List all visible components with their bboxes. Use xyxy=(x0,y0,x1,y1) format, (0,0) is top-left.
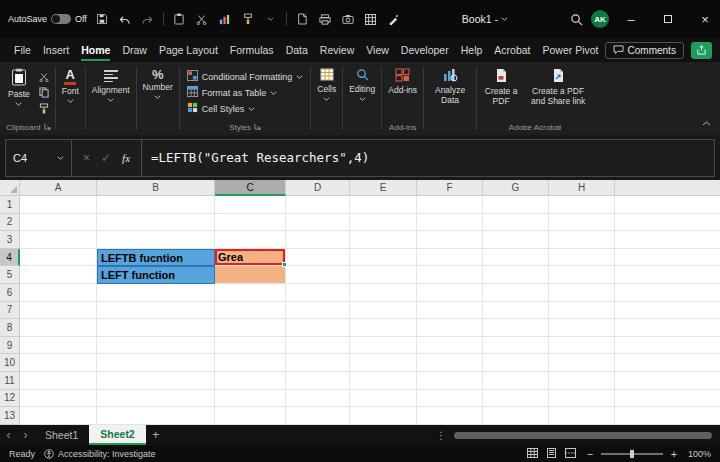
comments-button[interactable]: Comments xyxy=(605,42,684,59)
enter-button[interactable]: ✓ xyxy=(101,151,111,165)
cell-F10[interactable] xyxy=(417,354,483,372)
cell-C8[interactable] xyxy=(215,319,286,337)
cell-C4[interactable]: Grea xyxy=(215,249,286,267)
normal-view-button[interactable] xyxy=(527,448,538,460)
cell-H1[interactable] xyxy=(549,196,615,214)
cell-F6[interactable] xyxy=(417,284,483,302)
zoom-in-button[interactable]: + xyxy=(669,448,679,460)
cell-B4[interactable]: LEFTB fucntion xyxy=(97,249,215,267)
fill-handle[interactable] xyxy=(282,262,287,267)
cell-E3[interactable] xyxy=(350,231,417,249)
chart-icon[interactable] xyxy=(217,11,233,27)
cell-D10[interactable] xyxy=(286,354,350,372)
cell-A13[interactable] xyxy=(20,407,97,425)
addins-button[interactable]: Add-ins xyxy=(383,65,422,99)
camera-icon[interactable] xyxy=(340,11,356,27)
create-pdf-button[interactable]: Create a PDF xyxy=(478,65,524,110)
column-header-C[interactable]: C xyxy=(215,180,286,196)
cell-A6[interactable] xyxy=(20,284,97,302)
sheet-tab-sheet1[interactable]: Sheet1 xyxy=(34,425,89,445)
cell-F9[interactable] xyxy=(417,337,483,355)
name-box[interactable]: C4 xyxy=(6,140,72,176)
avatar[interactable]: AK xyxy=(591,10,609,28)
cell-G2[interactable] xyxy=(483,214,549,232)
cell-F13[interactable] xyxy=(417,407,483,425)
font-button[interactable]: A Font xyxy=(57,65,84,106)
table-icon[interactable] xyxy=(363,11,379,27)
autosave-toggle[interactable]: AutoSave Off xyxy=(8,14,87,24)
cell-B9[interactable] xyxy=(97,337,215,355)
cell-styles-button[interactable]: Cell Styles xyxy=(187,102,256,115)
cell-F3[interactable] xyxy=(417,231,483,249)
cut-button[interactable] xyxy=(37,70,52,83)
horizontal-scrollbar-thumb[interactable] xyxy=(454,432,712,439)
menu-item-formulas[interactable]: Formulas xyxy=(224,38,280,62)
format-painter-button[interactable] xyxy=(37,102,52,115)
cell-C9[interactable] xyxy=(215,337,286,355)
format-as-table-button[interactable]: Format as Table xyxy=(187,86,277,99)
menu-item-power-pivot[interactable]: Power Pivot xyxy=(537,38,605,62)
cell-B3[interactable] xyxy=(97,231,215,249)
cell-H4[interactable] xyxy=(549,249,615,267)
cell-E1[interactable] xyxy=(350,196,417,214)
cell-D12[interactable] xyxy=(286,390,350,408)
cell-H11[interactable] xyxy=(549,372,615,390)
cell-A12[interactable] xyxy=(20,390,97,408)
cell-F4[interactable] xyxy=(417,249,483,267)
create-pdf-share-link-button[interactable]: Create a PDF and Share link xyxy=(524,65,592,110)
cell-G4[interactable] xyxy=(483,249,549,267)
row-header-4[interactable]: 4 xyxy=(0,249,20,267)
cell-E13[interactable] xyxy=(350,407,417,425)
cell-D3[interactable] xyxy=(286,231,350,249)
column-header-F[interactable]: F xyxy=(417,180,483,196)
cell-G11[interactable] xyxy=(483,372,549,390)
zoom-slider-thumb[interactable] xyxy=(630,450,634,458)
cell-C11[interactable] xyxy=(215,372,286,390)
cell-C2[interactable] xyxy=(215,214,286,232)
cell-C7[interactable] xyxy=(215,302,286,320)
cell-E9[interactable] xyxy=(350,337,417,355)
cell-D4[interactable] xyxy=(286,249,350,267)
cell-F2[interactable] xyxy=(417,214,483,232)
cell-E12[interactable] xyxy=(350,390,417,408)
cell-E2[interactable] xyxy=(350,214,417,232)
save-button[interactable] xyxy=(94,11,110,27)
cell-G9[interactable] xyxy=(483,337,549,355)
cell-B11[interactable] xyxy=(97,372,215,390)
cell-G7[interactable] xyxy=(483,302,549,320)
share-button[interactable] xyxy=(691,42,712,59)
row-header-11[interactable]: 11 xyxy=(0,372,20,390)
cell-A10[interactable] xyxy=(20,354,97,372)
cells-button[interactable]: Cells xyxy=(312,65,341,104)
search-icon[interactable] xyxy=(568,11,584,27)
cell-A5[interactable] xyxy=(20,266,97,284)
new-file-icon[interactable] xyxy=(294,11,310,27)
menu-item-file[interactable]: File xyxy=(8,38,37,62)
cell-F12[interactable] xyxy=(417,390,483,408)
cell-C3[interactable] xyxy=(215,231,286,249)
conditional-formatting-button[interactable]: Conditional Formatting xyxy=(187,70,304,83)
row-header-7[interactable]: 7 xyxy=(0,302,20,320)
cell-H6[interactable] xyxy=(549,284,615,302)
cell-D8[interactable] xyxy=(286,319,350,337)
cell-D5[interactable] xyxy=(286,266,350,284)
cell-E8[interactable] xyxy=(350,319,417,337)
cell-B5[interactable]: LEFT function xyxy=(97,266,215,284)
cell-G6[interactable] xyxy=(483,284,549,302)
alignment-button[interactable]: Alignment xyxy=(87,65,135,105)
format-painter-icon[interactable] xyxy=(240,11,256,27)
menu-item-data[interactable]: Data xyxy=(280,38,314,62)
pen-icon[interactable] xyxy=(386,11,402,27)
editing-button[interactable]: Editing xyxy=(344,65,380,104)
collapse-ribbon-button[interactable] xyxy=(702,112,711,130)
zoom-slider[interactable] xyxy=(601,453,663,455)
add-sheet-button[interactable]: + xyxy=(146,428,166,442)
sheetbar-more-button[interactable]: ⋮ xyxy=(432,430,450,441)
cell-C6[interactable] xyxy=(215,284,286,302)
cell-G13[interactable] xyxy=(483,407,549,425)
maximize-button[interactable] xyxy=(653,0,683,38)
cell-C12[interactable] xyxy=(215,390,286,408)
menu-item-view[interactable]: View xyxy=(360,38,395,62)
cell-A1[interactable] xyxy=(20,196,97,214)
cell-G12[interactable] xyxy=(483,390,549,408)
